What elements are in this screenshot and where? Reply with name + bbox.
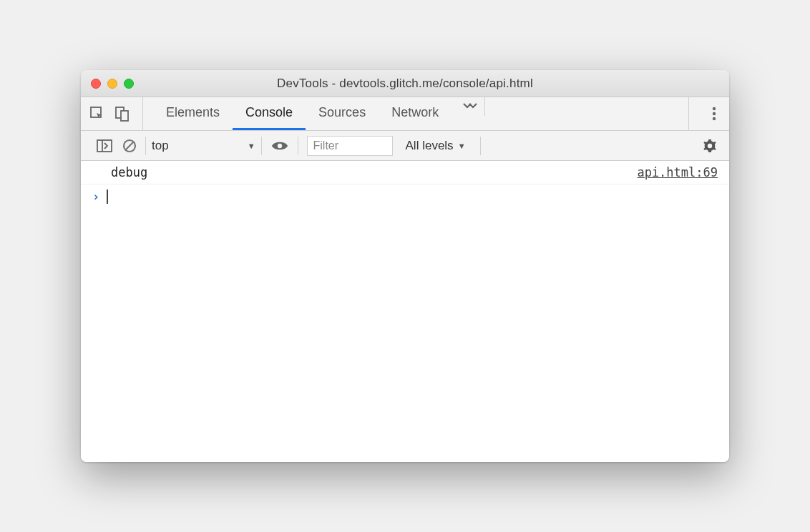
svg-point-4 <box>713 112 716 115</box>
chevron-down-icon: ▼ <box>458 142 466 150</box>
context-label: top <box>152 139 169 153</box>
tab-sources[interactable]: Sources <box>306 97 379 130</box>
minimize-button[interactable] <box>107 79 117 89</box>
inspect-element-icon[interactable] <box>89 106 105 122</box>
window-title: DevTools - devtools.glitch.me/console/ap… <box>91 77 719 91</box>
close-button[interactable] <box>91 79 101 89</box>
prompt-chevron-icon: › <box>92 189 99 204</box>
tab-elements[interactable]: Elements <box>153 97 233 130</box>
console-input-row[interactable]: › <box>81 184 729 208</box>
tabs: Elements Console Sources Network <box>153 97 452 130</box>
chevron-down-icon: ▼ <box>248 142 255 150</box>
console-log-row: debug api.html:69 <box>81 161 729 184</box>
console-body: debug api.html:69 › <box>81 161 729 462</box>
svg-rect-2 <box>121 111 128 121</box>
console-toolbar: top ▼ All levels ▼ <box>81 131 729 161</box>
svg-point-3 <box>713 107 716 110</box>
console-source-link[interactable]: api.html:69 <box>637 165 718 179</box>
levels-label: All levels <box>406 139 454 153</box>
maximize-button[interactable] <box>124 79 134 89</box>
eye-icon[interactable] <box>270 139 289 152</box>
sidebar-toggle-icon[interactable] <box>97 139 112 152</box>
svg-point-10 <box>277 143 281 147</box>
devtools-window: DevTools - devtools.glitch.me/console/ap… <box>81 70 729 462</box>
more-tabs-icon[interactable] <box>456 97 485 116</box>
tab-console[interactable]: Console <box>233 97 306 130</box>
execution-context-select[interactable]: top ▼ <box>146 137 261 154</box>
svg-point-11 <box>708 143 712 147</box>
input-cursor <box>107 189 108 204</box>
traffic-lights <box>91 79 134 89</box>
console-log-text: debug <box>111 165 147 179</box>
kebab-menu-icon[interactable] <box>702 106 726 122</box>
filter-input[interactable] <box>307 136 393 156</box>
device-toggle-icon[interactable] <box>115 106 130 122</box>
clear-console-icon[interactable] <box>122 139 137 153</box>
tabs-left-icons <box>89 97 143 130</box>
log-levels-select[interactable]: All levels ▼ <box>400 139 472 153</box>
svg-rect-6 <box>97 140 112 152</box>
svg-line-9 <box>126 142 134 149</box>
svg-point-5 <box>713 117 716 120</box>
titlebar: DevTools - devtools.glitch.me/console/ap… <box>81 70 729 97</box>
gear-icon[interactable] <box>698 138 722 154</box>
tabs-right <box>688 97 726 130</box>
tab-network[interactable]: Network <box>379 97 452 130</box>
tabs-row: Elements Console Sources Network <box>81 97 729 131</box>
